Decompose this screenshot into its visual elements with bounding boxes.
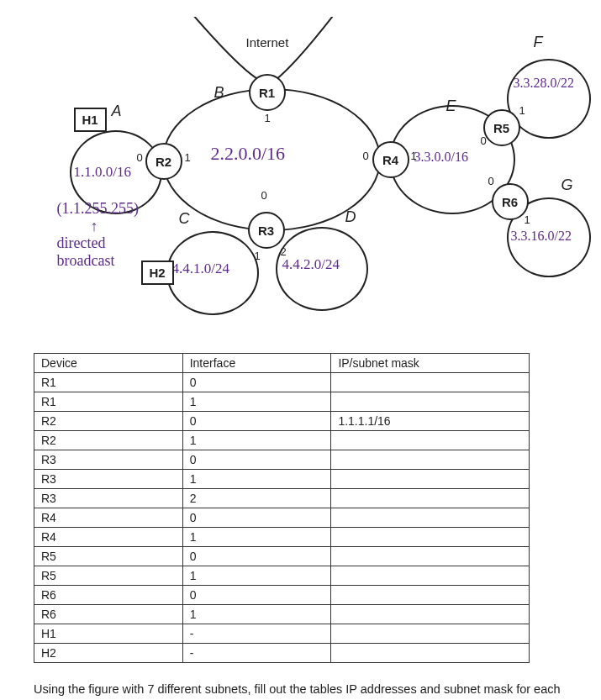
cell-device: R4: [34, 508, 183, 528]
subnet-E-annotation: 3.3.0.0/16: [414, 150, 468, 165]
router-R6: R6: [492, 183, 529, 220]
cell-ip: [331, 605, 530, 624]
host-H2: H2: [141, 261, 174, 285]
cell-device: R3: [34, 450, 183, 470]
table-row: R32: [34, 489, 530, 508]
table-row: H1-: [34, 624, 530, 644]
table-row: R51: [34, 566, 530, 586]
subnet-D-annotation: 4.4.2.0/24: [282, 256, 340, 273]
cell-iface: 1: [182, 470, 331, 489]
instruction-text: Using the figure with 7 different subnet…: [34, 680, 567, 700]
cell-iface: 0: [182, 412, 331, 431]
cell-device: R1: [34, 392, 183, 412]
subnet-G-label: G: [561, 176, 573, 194]
router-R2: R2: [145, 143, 182, 180]
cell-ip: [331, 489, 530, 508]
network-diagram: Internet B 2.2.0.0/16 A 1.1.0.0/16 E 3.3…: [19, 17, 583, 336]
subnet-B-annotation: 2.2.0.0/16: [211, 143, 286, 165]
cell-device: H1: [34, 624, 183, 644]
host-H1-label: H1: [82, 113, 98, 127]
iface-r6-1: 1: [525, 213, 530, 226]
cell-iface: 0: [182, 508, 331, 528]
cell-ip: [331, 392, 530, 412]
cell-ip: [331, 547, 530, 566]
iface-r1-1: 1: [265, 112, 271, 124]
cell-ip: [331, 373, 530, 392]
host-H1: H1: [74, 108, 107, 132]
subnet-A-label: A: [112, 103, 122, 120]
cell-device: H2: [34, 644, 183, 663]
host-H2-label: H2: [150, 266, 166, 280]
cell-iface: 1: [182, 392, 331, 412]
table-row: R201.1.1.1/16: [34, 412, 530, 431]
cell-device: R4: [34, 528, 183, 547]
iface-r3-1: 1: [255, 250, 261, 262]
table-row: R30: [34, 450, 530, 470]
router-R5: R5: [483, 109, 520, 146]
iface-r5-1: 1: [519, 104, 525, 117]
table-row: R21: [34, 431, 530, 450]
table-row: R40: [34, 508, 530, 528]
cell-ip: [331, 508, 530, 528]
table-row: R60: [34, 586, 530, 605]
cell-iface: 0: [182, 547, 331, 566]
iface-r3-2: 2: [281, 245, 287, 258]
iface-r2-0: 0: [137, 151, 143, 164]
table-row: R50: [34, 547, 530, 566]
table-row: H2-: [34, 644, 530, 663]
cell-device: R2: [34, 412, 183, 431]
table-row: R61: [34, 605, 530, 624]
cell-device: R6: [34, 586, 183, 605]
broadcast-line3: directed: [57, 234, 140, 252]
cell-ip: 1.1.1.1/16: [331, 412, 530, 431]
cell-ip: [331, 644, 530, 663]
cell-iface: 0: [182, 373, 331, 392]
table-row: R11: [34, 392, 530, 412]
ip-table: Device Interface IP/subnet mask R10R11R2…: [34, 353, 530, 663]
router-R2-label: R2: [156, 155, 171, 169]
cell-device: R3: [34, 470, 183, 489]
subnet-B-label: B: [214, 84, 224, 102]
cell-ip: [331, 431, 530, 450]
cell-iface: 1: [182, 605, 331, 624]
iface-r6-0: 0: [488, 175, 494, 187]
iface-r4-0: 0: [363, 150, 369, 162]
router-R6-label: R6: [502, 195, 518, 209]
broadcast-line4: broadcast: [57, 252, 140, 270]
subnet-F-label: F: [534, 34, 543, 51]
cell-iface: 0: [182, 586, 331, 605]
subnet-C-label: C: [179, 210, 190, 228]
iface-r5-0: 0: [481, 134, 487, 147]
subnet-E-label: E: [446, 97, 456, 115]
subnet-F-annotation: 3.3.28.0/22: [514, 76, 574, 91]
cell-iface: 1: [182, 566, 331, 586]
col-interface: Interface: [182, 354, 331, 373]
cell-iface: -: [182, 644, 331, 663]
iface-r2-1: 1: [185, 151, 191, 164]
cell-ip: [331, 470, 530, 489]
table-row: R41: [34, 528, 530, 547]
cell-iface: 1: [182, 431, 331, 450]
subnet-C-annotation: 4.4.1.0/24: [172, 261, 229, 277]
col-ip: IP/subnet mask: [331, 354, 530, 373]
cell-ip: [331, 528, 530, 547]
router-R4-label: R4: [382, 153, 398, 167]
router-R3-label: R3: [258, 224, 274, 238]
cell-device: R2: [34, 431, 183, 450]
cell-iface: 1: [182, 528, 331, 547]
cell-ip: [331, 586, 530, 605]
internet-label: Internet: [246, 35, 289, 50]
subnet-D-label: D: [345, 208, 356, 226]
router-R1-label: R1: [259, 86, 275, 100]
subnet-G-annotation: 3.3.16.0/22: [511, 229, 572, 244]
cell-device: R1: [34, 373, 183, 392]
iface-r4-1: 1: [411, 150, 417, 162]
cell-iface: 0: [182, 450, 331, 470]
router-R4: R4: [372, 141, 409, 178]
broadcast-arrow: ↑: [57, 218, 140, 235]
subnet-A-annotation: 1.1.0.0/16: [74, 164, 131, 181]
table-row: R31: [34, 470, 530, 489]
router-R1: R1: [249, 74, 286, 111]
table-header-row: Device Interface IP/subnet mask: [34, 354, 530, 373]
router-R5-label: R5: [493, 121, 509, 135]
